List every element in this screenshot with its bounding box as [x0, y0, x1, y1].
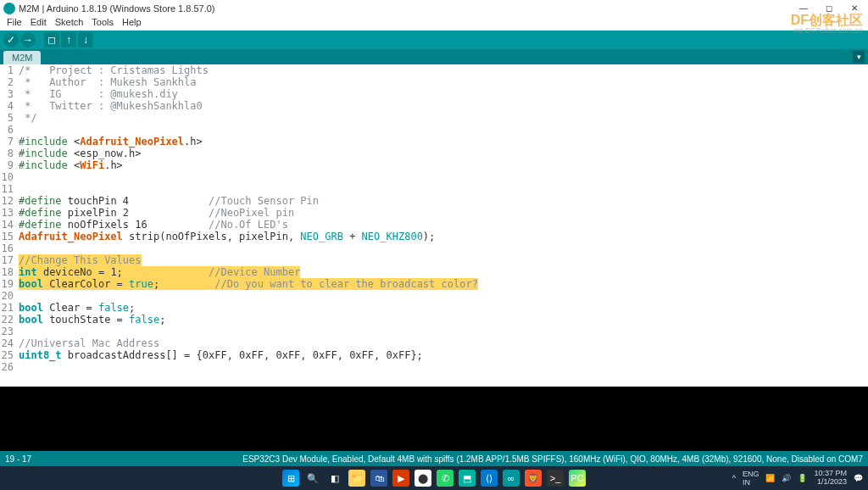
start-button[interactable]: ⊞: [282, 470, 299, 487]
verify-button[interactable]: ✓: [3, 32, 19, 47]
code-line: 16: [0, 242, 868, 254]
code-line: 23: [0, 326, 868, 337]
arduino-icon: [3, 3, 15, 14]
status-bar: 19 - 17 ESP32C3 Dev Module, Enabled, Def…: [0, 451, 868, 466]
terminal-icon[interactable]: >_: [547, 470, 564, 487]
menu-sketch[interactable]: Sketch: [52, 17, 87, 31]
code-line: 17//Change This Values: [0, 254, 868, 266]
code-line: 3 * IG : @mukesh.diy: [0, 88, 868, 100]
windows-taskbar[interactable]: ⊞ 🔍 ◧ 📁 🛍 ▶ ⬤ ✆ ⬒ ⟨⟩ ∞ 🦁 >_ PC ^ ENGIN 📶…: [0, 466, 868, 490]
code-line: 7#include <Adafruit_NeoPixel.h>: [0, 136, 868, 148]
menu-help[interactable]: Help: [119, 17, 145, 31]
vscode-icon[interactable]: ⟨⟩: [481, 470, 498, 487]
code-line: 25uint8_t broadcastAddress[] = {0xFF, 0x…: [0, 349, 868, 361]
toolbar: ✓ → ◻ ↑ ↓: [0, 31, 868, 49]
code-line: 12#define touchPin 4 //Touch Sensor Pin: [0, 195, 868, 207]
window-title: M2M | Arduino 1.8.19 (Windows Store 1.8.…: [19, 3, 215, 14]
whatsapp-icon[interactable]: ✆: [437, 470, 453, 487]
chrome-icon[interactable]: ⬤: [415, 470, 431, 487]
menu-edit[interactable]: Edit: [27, 17, 50, 31]
battery-icon[interactable]: 🔋: [798, 474, 807, 482]
file-explorer-icon[interactable]: 📁: [348, 470, 365, 487]
menu-file[interactable]: File: [3, 17, 25, 31]
code-line: 1/* Project : Cristamas Lights: [0, 64, 868, 76]
code-line: 20: [0, 290, 868, 302]
save-button[interactable]: ↓: [78, 32, 93, 47]
code-line: 26: [0, 361, 868, 373]
code-line: 18int deviceNo = 1; //Device Number: [0, 266, 868, 278]
code-line: 10: [0, 171, 868, 183]
board-info: ESP32C3 Dev Module, Enabled, Default 4MB…: [242, 454, 863, 464]
arduino-taskbar-icon[interactable]: ∞: [503, 470, 520, 487]
watermark-text: DF创客社区: [791, 14, 863, 27]
menu-tools[interactable]: Tools: [88, 17, 117, 31]
pycharm-icon[interactable]: PC: [569, 470, 586, 487]
code-line: 15Adafruit_NeoPixel strip(noOfPixels, pi…: [0, 231, 868, 242]
cursor-position: 19 - 17: [5, 454, 31, 464]
movies-icon[interactable]: ▶: [392, 470, 409, 487]
new-button[interactable]: ◻: [44, 32, 59, 47]
output-console[interactable]: [0, 387, 868, 451]
code-line: 2 * Author : Mukesh Sankhla: [0, 76, 868, 88]
task-view-icon[interactable]: ◧: [326, 470, 343, 487]
upload-button[interactable]: →: [20, 32, 36, 47]
system-tray[interactable]: ^ ENGIN 📶 🔊 🔋 10:37 PM1/1/2023 💬: [732, 466, 863, 490]
code-line: 8#include <esp_now.h>: [0, 148, 868, 159]
ms-store-icon[interactable]: 🛍: [370, 470, 387, 487]
wifi-icon[interactable]: 📶: [765, 474, 775, 482]
menu-bar: File Edit Sketch Tools Help: [0, 17, 868, 31]
watermark: DF创客社区 mc.DFRobot.com.cn: [791, 14, 863, 35]
watermark-sub: mc.DFRobot.com.cn: [791, 27, 863, 35]
code-line: 13#define pixelPin 2 //NeoPixel pin: [0, 207, 868, 219]
code-line: 9#include <WiFi.h>: [0, 159, 868, 171]
code-line: 11: [0, 183, 868, 195]
code-line: 21bool Clear = false;: [0, 302, 868, 314]
tab-bar: M2M ▾: [0, 49, 868, 64]
tab-m2m[interactable]: M2M: [3, 51, 41, 64]
code-line: 5 */: [0, 112, 868, 124]
tab-menu-button[interactable]: ▾: [853, 51, 865, 63]
code-line: 24//Universal Mac Address: [0, 337, 868, 349]
volume-icon[interactable]: 🔊: [782, 474, 791, 482]
clock[interactable]: 10:37 PM1/1/2023: [814, 470, 847, 487]
taskbar-center: ⊞ 🔍 ◧ 📁 🛍 ▶ ⬤ ✆ ⬒ ⟨⟩ ∞ 🦁 >_ PC: [282, 470, 586, 487]
code-line: 19bool ClearColor = true; //Do you want …: [0, 278, 868, 290]
tray-chevron-icon[interactable]: ^: [732, 474, 736, 482]
code-line: 6: [0, 124, 868, 136]
app-icon-a[interactable]: ⬒: [459, 470, 476, 487]
notifications-icon[interactable]: 💬: [854, 474, 863, 482]
code-line: 4 * Twitter : @MukeshSankhla0: [0, 100, 868, 112]
brave-icon[interactable]: 🦁: [525, 470, 542, 487]
language-indicator[interactable]: ENGIN: [743, 470, 760, 487]
open-button[interactable]: ↑: [61, 32, 76, 47]
code-editor[interactable]: 1/* Project : Cristamas Lights 2 * Autho…: [0, 64, 868, 387]
code-line: 22bool touchState = false;: [0, 314, 868, 326]
code-line: 14#define noOfPixels 16 //No.Of LED's: [0, 219, 868, 231]
window-titlebar: M2M | Arduino 1.8.19 (Windows Store 1.8.…: [0, 0, 868, 17]
search-icon[interactable]: 🔍: [304, 470, 321, 487]
